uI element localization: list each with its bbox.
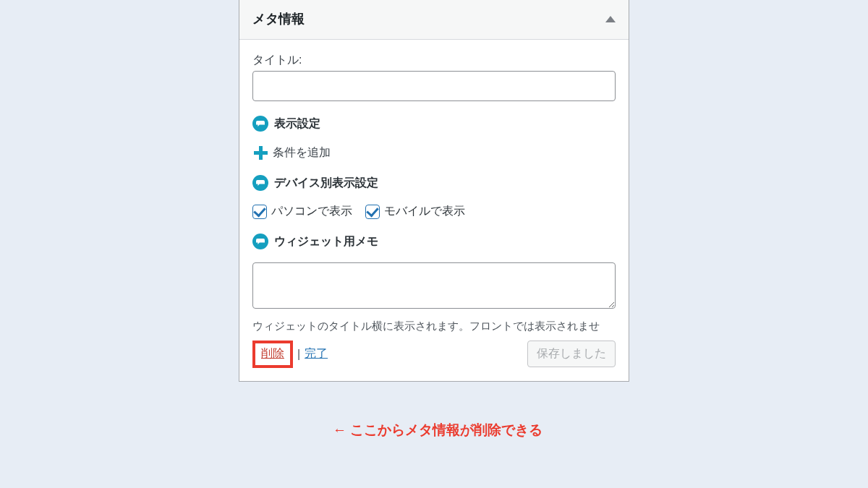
memo-textarea[interactable] [252,262,616,309]
delete-link[interactable]: 削除 [261,347,284,359]
device-checkbox-row: パソコンで表示 モバイルで表示 [252,204,616,219]
section-widget-memo[interactable]: ウィジェット用メモ [252,234,616,249]
section-device-settings[interactable]: デバイス別表示設定 [252,175,616,191]
widget-panel: メタ情報 タイトル: 表示設定 条件を追加 デバイス別表示設定 パソ [239,0,629,382]
title-label: タイトル: [252,53,616,68]
widget-body: タイトル: 表示設定 条件を追加 デバイス別表示設定 パソコンで表示 [239,40,629,381]
add-condition-button[interactable]: 条件を追加 [252,145,616,160]
section-label: ウィジェット用メモ [274,234,378,249]
delete-highlight-box: 削除 [252,341,293,368]
widget-header[interactable]: メタ情報 [239,0,629,40]
speech-bubble-icon [252,234,268,249]
checkbox-label: モバイルで表示 [384,204,465,219]
annotation-text: ← ここからメタ情報が削除できる [333,421,542,440]
widget-footer: 削除 | 完了 保存しました [252,341,616,372]
speech-bubble-icon [252,175,268,191]
widget-title: メタ情報 [252,10,305,27]
checkbox-pc[interactable]: パソコンで表示 [252,204,352,219]
plus-icon [252,145,268,160]
separator: | [297,348,300,361]
section-label: 表示設定 [274,116,320,132]
speech-bubble-icon [252,116,268,132]
add-condition-label: 条件を追加 [273,145,331,160]
checkbox-label: パソコンで表示 [271,204,352,219]
checkbox-icon [365,205,380,219]
title-input[interactable] [252,71,616,101]
helper-text: ウィジェットのタイトル横に表示されます。フロントでは表示されませ [252,319,616,335]
section-display-settings[interactable]: 表示設定 [252,116,616,132]
collapse-icon [605,16,616,22]
saved-button: 保存しました [527,341,616,367]
section-label: デバイス別表示設定 [274,176,378,191]
checkbox-mobile[interactable]: モバイルで表示 [365,204,465,219]
checkbox-icon [252,205,267,219]
done-link[interactable]: 完了 [305,346,328,361]
